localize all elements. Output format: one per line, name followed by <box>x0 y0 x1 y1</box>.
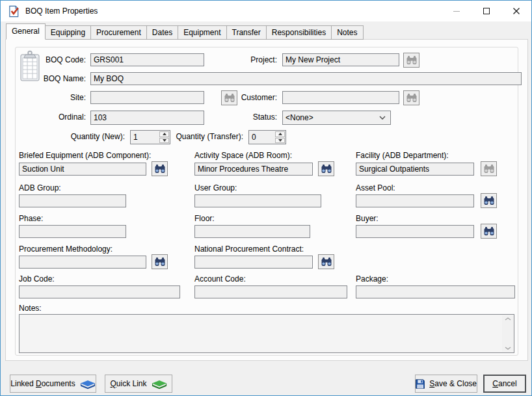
quantity-new-input[interactable] <box>131 131 159 144</box>
window-title: BOQ Item Properties <box>25 7 98 16</box>
close-button[interactable] <box>501 1 531 21</box>
tab-responsibilities[interactable]: Responsibilities <box>266 25 332 40</box>
spinner-buttons <box>274 131 286 144</box>
spin-down-button[interactable] <box>275 138 285 144</box>
job-code-input[interactable] <box>19 285 180 298</box>
quantity-transfer-input[interactable] <box>249 131 274 144</box>
up-arrow-icon <box>278 133 282 135</box>
customer-input[interactable] <box>282 91 399 104</box>
procurement-methodology-input[interactable] <box>19 256 146 269</box>
tab-equipping[interactable]: Equipping <box>45 25 91 40</box>
project-lookup-button <box>403 53 419 68</box>
minimize-button <box>442 1 472 21</box>
linked-documents-label: Linked Documents <box>10 379 75 388</box>
maximize-button[interactable] <box>472 1 501 21</box>
project-label: Project: <box>207 55 277 64</box>
asset-pool-label: Asset Pool: <box>356 183 395 192</box>
quick-link-button[interactable]: Quick Link <box>105 375 172 393</box>
blue-book-icon <box>80 378 96 389</box>
tab-general[interactable]: General <box>6 23 46 40</box>
project-input[interactable] <box>282 53 399 66</box>
quantity-transfer-stepper[interactable] <box>248 130 286 144</box>
tab-dates[interactable]: Dates <box>146 25 178 40</box>
asset-pool-input[interactable] <box>356 194 474 207</box>
linked-documents-button[interactable]: Linked Documents <box>10 375 96 393</box>
tab-label: Equipment <box>183 28 220 37</box>
tab-equipment[interactable]: Equipment <box>178 25 226 40</box>
spin-up-button[interactable] <box>159 131 169 137</box>
activity-space-input[interactable] <box>194 163 313 176</box>
boq-name-input[interactable] <box>90 72 522 85</box>
save-floppy-icon <box>416 379 425 389</box>
facility-input[interactable] <box>356 163 474 176</box>
quantity-new-stepper[interactable] <box>130 130 170 144</box>
quick-link-label: Quick Link <box>110 379 146 388</box>
spin-up-button[interactable] <box>275 131 285 137</box>
briefed-equipment-lookup-button[interactable] <box>152 161 168 176</box>
notes-textarea[interactable] <box>19 314 514 353</box>
adb-group-input[interactable] <box>19 194 126 207</box>
notes-label: Notes: <box>19 304 42 313</box>
tab-strip: General Equipping Procurement Dates Equi… <box>6 23 364 40</box>
notes-scrollbar[interactable] <box>502 315 513 352</box>
cancel-button[interactable]: Cancel <box>483 375 526 393</box>
facility-lookup-button <box>481 161 497 176</box>
briefed-equipment-label: Briefed Equipment (ADB Component): <box>19 151 151 160</box>
user-group-input[interactable] <box>194 194 321 207</box>
national-procurement-contract-label: National Procurement Contract: <box>194 244 304 254</box>
quantity-transfer-label: Quantity (Transfer): <box>168 132 243 141</box>
national-procurement-contract-input[interactable] <box>194 256 313 269</box>
maximize-icon <box>483 8 490 14</box>
status-select[interactable]: <None> <box>282 111 391 125</box>
national-procurement-contract-lookup-button[interactable] <box>318 254 334 269</box>
customer-label: Customer: <box>207 93 277 102</box>
account-code-label: Account Code: <box>194 274 246 284</box>
boq-code-input[interactable] <box>90 53 204 66</box>
status-label: Status: <box>207 112 277 122</box>
site-input[interactable] <box>90 91 204 104</box>
package-input[interactable] <box>356 285 515 298</box>
activity-space-lookup-button[interactable] <box>318 161 334 176</box>
floor-input[interactable] <box>194 225 310 238</box>
up-arrow-icon <box>163 133 166 135</box>
briefed-equipment-input[interactable] <box>19 163 146 176</box>
binoculars-icon <box>406 55 417 65</box>
scroll-down-icon[interactable] <box>505 347 511 350</box>
save-close-button[interactable]: Save & Close <box>415 375 477 393</box>
buyer-lookup-button[interactable] <box>481 224 497 239</box>
procurement-methodology-label: Procurement Methodology: <box>19 244 113 254</box>
chevron-down-icon <box>379 116 386 120</box>
package-label: Package: <box>356 274 388 284</box>
phase-label: Phase: <box>19 214 43 223</box>
tab-label: Transfer <box>232 28 261 37</box>
procurement-methodology-lookup-button[interactable] <box>152 254 168 269</box>
down-arrow-icon <box>163 139 166 142</box>
floor-label: Floor: <box>194 214 215 223</box>
user-group-label: User Group: <box>194 183 237 192</box>
ordinal-input[interactable] <box>90 111 204 125</box>
binoculars-icon <box>484 226 494 236</box>
binoculars-icon <box>484 196 494 205</box>
spin-down-button[interactable] <box>159 138 169 144</box>
ordinal-label: Ordinal: <box>12 112 86 122</box>
tab-label: Dates <box>152 28 172 37</box>
binoculars-icon <box>321 257 332 267</box>
tab-transfer[interactable]: Transfer <box>226 25 267 40</box>
buyer-input[interactable] <box>356 225 474 238</box>
account-code-input[interactable] <box>194 285 347 298</box>
tab-procurement[interactable]: Procurement <box>90 25 147 40</box>
binoculars-icon <box>406 93 417 103</box>
green-book-icon <box>152 378 167 389</box>
facility-label: Facility (ADB Department): <box>356 151 449 160</box>
boq-code-label: BOQ Code: <box>12 55 86 64</box>
asset-pool-lookup-button[interactable] <box>481 193 497 208</box>
boq-item-properties-dialog: BOQ Item Properties General Equipping Pr… <box>0 0 532 396</box>
quantity-new-label: Quantity (New): <box>51 132 125 141</box>
tab-notes[interactable]: Notes <box>331 25 363 40</box>
phase-input[interactable] <box>19 225 126 238</box>
binoculars-icon <box>321 164 332 174</box>
cancel-label: Cancel <box>492 379 516 388</box>
scroll-up-icon[interactable] <box>505 317 511 321</box>
binoculars-icon <box>155 257 165 267</box>
buyer-label: Buyer: <box>356 214 379 223</box>
